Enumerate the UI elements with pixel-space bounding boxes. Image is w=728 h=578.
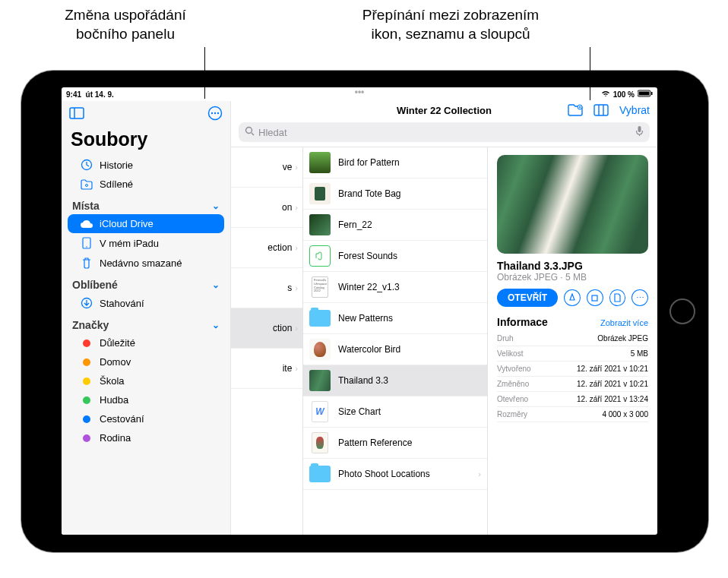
sidebar-tag-item[interactable]: Domov [68,352,224,371]
more-icon[interactable]: ⋯ [631,289,648,306]
file-name: Bird for Pattern [338,157,400,168]
column1-row[interactable]: ection› [231,228,302,268]
file-name: Brand Tote Bag [338,188,401,199]
info-key: Velikost [497,349,523,358]
sidebar-tag-item[interactable]: Hudba [68,390,224,409]
column1-row[interactable]: on› [231,188,302,228]
sidebar-section-places[interactable]: Místa ⌄ [62,194,230,214]
svg-point-7 [214,112,216,114]
trash-icon [80,257,93,269]
callout-sidebar-arrange: Změna uspořádání bočního panelu [46,6,205,43]
tag-dot-icon [80,396,93,404]
sidebar-item-history[interactable]: Historie [68,155,224,175]
pdf-icon[interactable] [609,289,626,306]
sidebar-section-favorites[interactable]: Oblíbené ⌄ [62,273,230,293]
info-label: Informace [497,316,548,328]
sidebar-item-label: Historie [100,160,133,171]
column1-row[interactable]: ite› [231,349,302,389]
file-row[interactable]: New Patterns [303,303,487,334]
callout-line [590,47,590,100]
sidebar-tag-item[interactable]: Důležité [68,333,224,352]
file-row[interactable]: Thailand 3.3 [303,365,487,396]
open-button[interactable]: OTEVŘÍT [497,289,558,307]
svg-rect-21 [592,295,597,301]
file-thumbnail [309,183,331,204]
file-name: Fern_22 [338,220,372,230]
home-button[interactable] [669,298,695,324]
file-row[interactable]: Watercolor Bird [303,334,487,365]
tag-dot-icon [80,358,93,366]
info-row: Velikost5 MB [497,346,648,362]
download-icon [80,297,93,309]
select-button[interactable]: Vybrat [619,104,650,116]
toolbar: Winter 22 Collection Vybrat [231,101,657,119]
sidebar-item-trash[interactable]: Nedávno smazané [68,253,224,273]
view-switcher-icon[interactable] [593,104,609,116]
chevron-right-icon: › [295,364,298,373]
preview-panel: Thailand 3.3.JPG Obrázek JPEG · 5 MB OTE… [488,147,657,535]
sidebar-item-label: Škola [100,375,125,387]
column-2: Bird for PatternBrand Tote BagFern_22For… [303,147,488,535]
file-name: Photo Shoot Locations [338,469,430,479]
sidebar-section-tags[interactable]: Značky ⌄ [62,313,230,333]
file-row[interactable]: FernvallsLifespaceCatalog2022Winter 22_v… [303,272,487,303]
chevron-right-icon: › [478,469,481,479]
info-value: Obrázek JPEG [597,334,648,343]
page-title: Winter 22 Collection [397,105,492,116]
file-row[interactable]: WSize Chart [303,396,487,428]
ipad-icon [80,237,93,249]
file-thumbnail [309,432,331,453]
sidebar-item-icloud[interactable]: iCloud Drive [68,214,224,233]
file-row[interactable]: Photo Shoot Locations› [303,459,487,490]
sidebar-item-ipad[interactable]: V mém iPadu [68,233,224,253]
info-value: 12. září 2021 v 10:21 [577,380,648,388]
sidebar-toggle-icon[interactable] [69,107,84,122]
sidebar-tag-item[interactable]: Cestování [68,409,224,428]
file-row[interactable]: Fern_22 [303,210,487,241]
sidebar-item-label: Domov [100,356,131,368]
more-options-icon[interactable] [207,106,223,124]
rotate-icon[interactable] [587,289,603,306]
file-row[interactable]: Forest Sounds [303,241,487,272]
column1-row[interactable]: ve› [231,147,302,188]
svg-point-10 [86,184,88,186]
sidebar-tag-item[interactable]: Škola [68,371,224,390]
column1-row[interactable]: s› [231,268,302,308]
preview-meta: Obrázek JPEG · 5 MB [497,272,648,283]
file-row[interactable]: Brand Tote Bag [303,178,487,210]
file-thumbnail [309,152,331,173]
sidebar-title: Soubory [62,127,230,155]
info-row: Vytvořeno12. září 2021 v 10:21 [497,362,648,377]
tag-dot-icon [80,340,93,347]
show-more-button[interactable]: Zobrazit více [600,318,648,327]
mic-icon[interactable] [635,125,644,139]
file-name: Size Chart [338,406,381,417]
file-name: Watercolor Bird [338,344,400,355]
chevron-right-icon: › [295,203,298,212]
tag-dot-icon [80,377,93,385]
battery-icon [638,90,653,99]
sidebar-tag-item[interactable]: Rodina [68,428,224,447]
status-time: 9:41 [66,90,81,99]
sidebar-item-downloads[interactable]: Stahování [68,293,224,313]
file-row[interactable]: Pattern Reference [303,428,487,459]
new-folder-icon[interactable] [568,104,583,116]
clock-icon [80,159,93,171]
svg-line-19 [252,133,254,135]
chevron-right-icon: › [295,163,298,172]
chevron-down-icon: ⌄ [212,280,220,290]
sidebar-item-shared[interactable]: Sdílené [68,175,224,194]
file-row[interactable]: Bird for Pattern [303,147,487,178]
sidebar-item-label: Důležité [100,337,135,349]
sidebar-item-label: V mém iPadu [100,238,159,249]
wifi-icon [601,90,610,99]
info-row: Změněno12. září 2021 v 10:21 [497,377,648,392]
info-value: 4 000 x 3 000 [602,410,648,418]
search-input[interactable]: Hledat [239,122,650,142]
column1-row[interactable]: ction› [231,308,302,349]
markup-icon[interactable] [564,289,581,306]
file-name: Thailand 3.3 [338,375,388,386]
cloud-icon [80,220,93,229]
search-placeholder: Hledat [258,127,287,138]
multitask-indicator[interactable]: ••• [355,87,365,97]
